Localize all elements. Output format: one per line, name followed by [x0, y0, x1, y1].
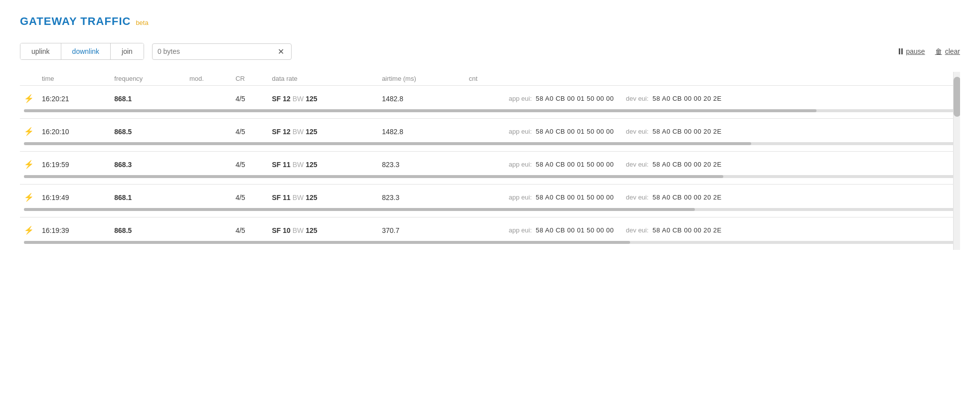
col-frequency: frequency — [110, 72, 185, 86]
row-cr: 4/5 — [231, 217, 268, 239]
row-eui: app eui: 58 A0 CB 00 01 50 00 00 dev eui… — [505, 152, 961, 174]
row-cnt — [465, 217, 505, 239]
lightning-icon: ⚡ — [24, 94, 34, 103]
traffic-table: time frequency mod. CR data rate airtime… — [20, 72, 960, 250]
dev-eui-label: dev eui: — [626, 194, 649, 201]
table-row[interactable]: ⚡ 16:20:10 868.5 4/5 SF 12 BW 125 1482.8… — [20, 119, 960, 141]
row-cr: 4/5 — [231, 185, 268, 206]
lightning-icon: ⚡ — [24, 160, 34, 169]
traffic-table-container: time frequency mod. CR data rate airtime… — [20, 72, 960, 250]
app-eui-value: 58 A0 CB 00 01 50 00 00 — [536, 161, 614, 168]
progress-cell — [20, 140, 960, 152]
dev-eui-label: dev eui: — [626, 128, 649, 135]
lightning-icon: ⚡ — [24, 127, 34, 136]
row-data-rate: SF 10 BW 125 — [268, 217, 378, 239]
row-mod — [185, 119, 232, 141]
row-cnt — [465, 185, 505, 206]
app-eui-label: app eui: — [509, 95, 532, 102]
row-time: 16:19:59 — [38, 152, 110, 174]
row-eui: app eui: 58 A0 CB 00 01 50 00 00 dev eui… — [505, 86, 961, 108]
app-eui-label: app eui: — [509, 161, 532, 168]
table-row[interactable]: ⚡ 16:19:59 868.3 4/5 SF 11 BW 125 823.3 … — [20, 152, 960, 174]
dev-eui-value: 58 A0 CB 00 00 20 2E — [653, 226, 722, 234]
col-cnt: cnt — [465, 72, 505, 86]
dev-eui-value: 58 A0 CB 00 00 20 2E — [653, 128, 722, 135]
row-data-rate: SF 12 BW 125 — [268, 119, 378, 141]
pause-button[interactable]: pause — [899, 47, 925, 55]
tab-downlink[interactable]: downlink — [61, 43, 111, 59]
progress-cell — [20, 239, 960, 250]
app-eui-label: app eui: — [509, 128, 532, 135]
tab-join[interactable]: join — [111, 43, 144, 59]
progress-cell — [20, 206, 960, 217]
row-eui: app eui: 58 A0 CB 00 01 50 00 00 dev eui… — [505, 217, 961, 239]
progress-row — [20, 206, 960, 217]
table-row[interactable]: ⚡ 16:19:49 868.1 4/5 SF 11 BW 125 823.3 … — [20, 185, 960, 206]
tab-uplink[interactable]: uplink — [20, 43, 61, 59]
table-header-row: time frequency mod. CR data rate airtime… — [20, 72, 960, 86]
progress-row — [20, 173, 960, 185]
col-eui — [505, 72, 961, 86]
dev-eui-label: dev eui: — [626, 161, 649, 168]
app-eui-label: app eui: — [509, 226, 532, 234]
lightning-icon: ⚡ — [24, 225, 34, 235]
tab-group: uplink downlink join — [20, 43, 144, 60]
row-frequency: 868.1 — [110, 185, 185, 206]
row-cr: 4/5 — [231, 119, 268, 141]
col-mod: mod. — [185, 72, 232, 86]
progress-bar — [24, 175, 956, 178]
row-time: 16:19:39 — [38, 217, 110, 239]
row-cr: 4/5 — [231, 152, 268, 174]
progress-row — [20, 140, 960, 152]
row-cnt — [465, 86, 505, 108]
row-time: 16:20:10 — [38, 119, 110, 141]
col-cr: CR — [231, 72, 268, 86]
row-mod — [185, 217, 232, 239]
row-icon-cell: ⚡ — [20, 86, 38, 108]
row-airtime: 1482.8 — [378, 86, 465, 108]
row-airtime: 823.3 — [378, 152, 465, 174]
progress-bar — [24, 241, 956, 244]
row-mod — [185, 152, 232, 174]
pause-label: pause — [906, 47, 925, 55]
row-icon-cell: ⚡ — [20, 185, 38, 206]
col-data-rate: data rate — [268, 72, 378, 86]
trash-icon: 🗑 — [935, 47, 942, 55]
row-cnt — [465, 119, 505, 141]
row-data-rate: SF 11 BW 125 — [268, 185, 378, 206]
row-mod — [185, 185, 232, 206]
progress-cell — [20, 173, 960, 185]
clear-label: clear — [945, 47, 960, 55]
dev-eui-value: 58 A0 CB 00 00 20 2E — [653, 194, 722, 201]
progress-bar — [24, 208, 956, 211]
progress-bar — [24, 142, 956, 145]
filter-input-wrap: ✕ — [152, 43, 292, 60]
table-row[interactable]: ⚡ 16:20:21 868.1 4/5 SF 12 BW 125 1482.8… — [20, 86, 960, 108]
col-time: time — [38, 72, 110, 86]
row-data-rate: SF 12 BW 125 — [268, 86, 378, 108]
dev-eui-label: dev eui: — [626, 95, 649, 102]
progress-bar — [24, 109, 956, 112]
col-icon — [20, 72, 38, 86]
progress-row — [20, 239, 960, 250]
row-time: 16:19:49 — [38, 185, 110, 206]
row-time: 16:20:21 — [38, 86, 110, 108]
scrollbar[interactable] — [953, 72, 960, 250]
app-eui-value: 58 A0 CB 00 01 50 00 00 — [536, 128, 614, 135]
filter-input[interactable] — [158, 47, 276, 55]
dev-eui-label: dev eui: — [626, 226, 649, 234]
clear-filter-button[interactable]: ✕ — [276, 47, 286, 56]
pause-icon — [899, 48, 903, 54]
row-frequency: 868.1 — [110, 86, 185, 108]
clear-button[interactable]: 🗑 clear — [935, 47, 960, 55]
row-icon-cell: ⚡ — [20, 217, 38, 239]
table-row[interactable]: ⚡ 16:19:39 868.5 4/5 SF 10 BW 125 370.7 … — [20, 217, 960, 239]
row-icon-cell: ⚡ — [20, 152, 38, 174]
progress-bar-fill — [24, 109, 817, 112]
row-eui: app eui: 58 A0 CB 00 01 50 00 00 dev eui… — [505, 185, 961, 206]
app-eui-value: 58 A0 CB 00 01 50 00 00 — [536, 95, 614, 102]
row-cr: 4/5 — [231, 86, 268, 108]
row-frequency: 868.5 — [110, 217, 185, 239]
row-airtime: 1482.8 — [378, 119, 465, 141]
app-eui-label: app eui: — [509, 194, 532, 201]
